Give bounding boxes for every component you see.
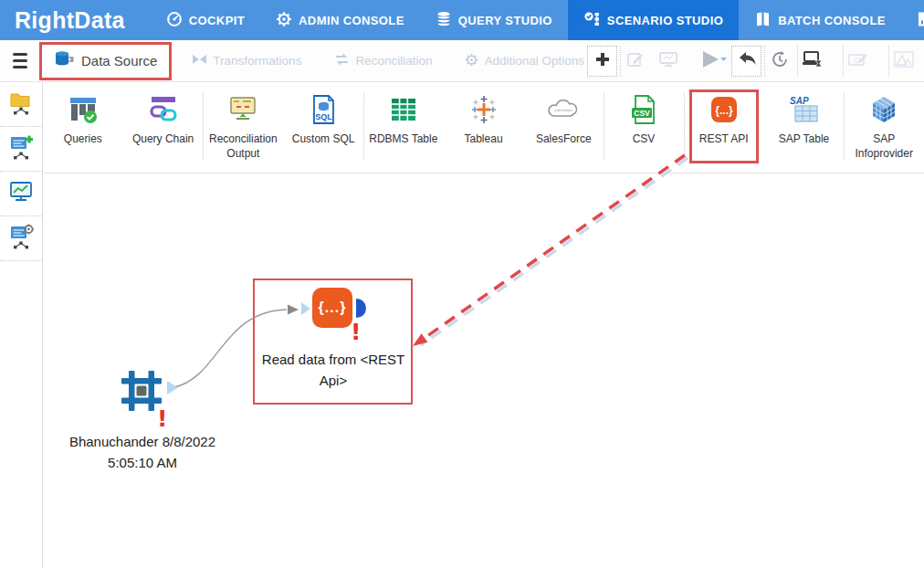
palette-item-csv[interactable]: CSV CSV [604, 82, 684, 173]
toolbar-buttons [584, 46, 924, 77]
error-alert-icon: ! [351, 319, 361, 345]
palette-item-sap-table[interactable]: SAP SAP Table [764, 82, 845, 173]
node1-output-port[interactable] [167, 381, 178, 394]
node-rest-label: Read data from <REST Api> [257, 349, 409, 392]
svg-text:{...}: {...} [715, 104, 733, 117]
nav-label: BATCH CONSOLE [778, 14, 886, 27]
palette-item-queries[interactable]: Queries [43, 82, 123, 173]
palette-label: SalesForce [536, 131, 592, 146]
palette-label: Tableau [465, 131, 503, 146]
folder-network-icon [8, 89, 34, 120]
annotation-dashed-arrow [418, 155, 685, 342]
palette-label: Reconciliation Output [205, 131, 280, 161]
palette-label: Queries [64, 131, 102, 146]
palette-label: SAP Table [779, 131, 830, 146]
history-clock-icon [770, 50, 790, 72]
queries-table-check-icon [68, 92, 99, 127]
left-sidebar [0, 82, 43, 568]
rest-braces-glyph: {...} [319, 300, 347, 316]
edit-note-icon [847, 50, 869, 72]
bowtie-icon [192, 53, 207, 68]
annotation-arrowhead [413, 333, 428, 346]
palette-label: SAP Infoprovider [846, 131, 921, 161]
laptop-hourglass-icon [802, 50, 824, 72]
nav-item-query-studio[interactable]: QUERY STUDIO [420, 0, 568, 40]
nav-item-reporting[interactable]: REPORTING [901, 0, 924, 40]
chart-button[interactable] [888, 46, 919, 77]
monitor-chart-icon [8, 180, 34, 207]
palette-item-custom-sql[interactable]: SQL Custom SQL [283, 82, 363, 173]
history-button[interactable] [764, 46, 794, 77]
monitor-icon [658, 50, 678, 72]
tab-transformations[interactable]: Transformations [192, 53, 301, 68]
tab-label: Additional Options [484, 54, 584, 68]
nav-label: ADMIN CONSOLE [299, 14, 404, 27]
query-settings-network-icon [8, 223, 34, 254]
top-navigation-bar: RightData COCKPIT ADMIN CONSOLE QUERY ST… [0, 0, 924, 40]
run-button[interactable] [698, 46, 729, 77]
rightdata-logo[interactable]: RightData [0, 0, 143, 40]
palette-item-rest-api[interactable]: {...} REST API [684, 82, 764, 173]
nav-item-cockpit[interactable]: COCKPIT [151, 0, 260, 40]
database-icon [436, 11, 452, 30]
nav-items: COCKPIT ADMIN CONSOLE QUERY STUDIO SCENA… [151, 0, 924, 40]
tableau-icon [468, 92, 499, 127]
batch-book-icon [754, 11, 772, 30]
area-chart-icon [893, 50, 915, 72]
palette-item-reconciliation-output[interactable]: Reconciliation Output [203, 82, 283, 173]
sidebar-item-monitor[interactable] [0, 172, 42, 216]
sql-file-icon: SQL [308, 92, 339, 127]
chain-links-icon [148, 92, 179, 127]
gear-icon [276, 11, 292, 30]
green-table-icon [388, 92, 419, 127]
sap-cube-icon [868, 92, 899, 127]
tab-data-source-label: Data Source [81, 53, 157, 68]
node-query-label: Bhanuchander 8/8/2022 5:05:10 AM [51, 431, 234, 474]
hamburger-menu-icon[interactable] [13, 49, 27, 72]
sidebar-item-query-settings[interactable] [0, 216, 42, 261]
rest-api-braces-icon: {...} [709, 92, 740, 127]
report-doc-icon [917, 11, 924, 30]
svg-text:SAP: SAP [790, 96, 809, 106]
schedule-button[interactable] [797, 46, 827, 77]
palette-item-rdbms-table[interactable]: RDBMS Table [363, 82, 444, 173]
scenario-toolbar: Data Source Transformations Reconciliati… [0, 40, 924, 82]
tab-label: Transformations [213, 54, 301, 68]
reconciliation-monitor-icon [227, 92, 258, 127]
palette-item-salesforce[interactable]: salesforce SalesForce [523, 82, 604, 173]
canvas-node-rest-api[interactable]: {...} [312, 288, 352, 328]
undo-arrow-icon [737, 50, 757, 72]
play-icon [700, 49, 728, 73]
undo-button[interactable] [731, 46, 761, 77]
edit-button[interactable] [620, 46, 650, 77]
svg-text:CSV: CSV [634, 109, 650, 118]
palette-item-query-chain[interactable]: Query Chain [123, 82, 204, 173]
present-button[interactable] [653, 46, 683, 77]
tab-reconciliation[interactable]: Reconciliation [334, 53, 432, 68]
palette-item-sap-infoprovider[interactable]: SAP Infoprovider [844, 82, 924, 173]
nav-item-admin-console[interactable]: ADMIN CONSOLE [260, 0, 420, 40]
scenario-flow-icon [583, 11, 601, 30]
nav-item-scenario-studio[interactable]: SCENARIO STUDIO [568, 0, 739, 40]
nav-label: QUERY STUDIO [458, 14, 552, 27]
nav-label: COCKPIT [189, 14, 245, 27]
palette-label: REST API [699, 131, 749, 146]
tab-additional-options[interactable]: Additional Options [465, 53, 584, 69]
plus-icon [594, 51, 611, 71]
palette-label: Query Chain [132, 131, 194, 146]
sidebar-item-folder[interactable] [0, 82, 42, 127]
edit-pencil-icon [626, 50, 645, 72]
sidebar-item-add-query[interactable] [0, 127, 42, 172]
cockpit-icon [166, 11, 183, 30]
add-query-network-icon [8, 133, 34, 164]
add-button[interactable] [587, 46, 617, 77]
salesforce-cloud-icon: salesforce [545, 92, 582, 127]
data-source-palette: Queries Query Chain Reconciliation Outpu… [43, 82, 924, 174]
palette-item-tableau[interactable]: Tableau [444, 82, 524, 173]
palette-label: CSV [633, 131, 656, 146]
annotate-button[interactable] [843, 46, 873, 77]
disabled-tabs: Transformations Reconciliation Additiona… [192, 53, 584, 69]
nav-item-batch-console[interactable]: BATCH CONSOLE [739, 0, 901, 40]
tab-data-source[interactable]: Data Source [39, 42, 172, 80]
nav-label: SCENARIO STUDIO [607, 14, 723, 27]
